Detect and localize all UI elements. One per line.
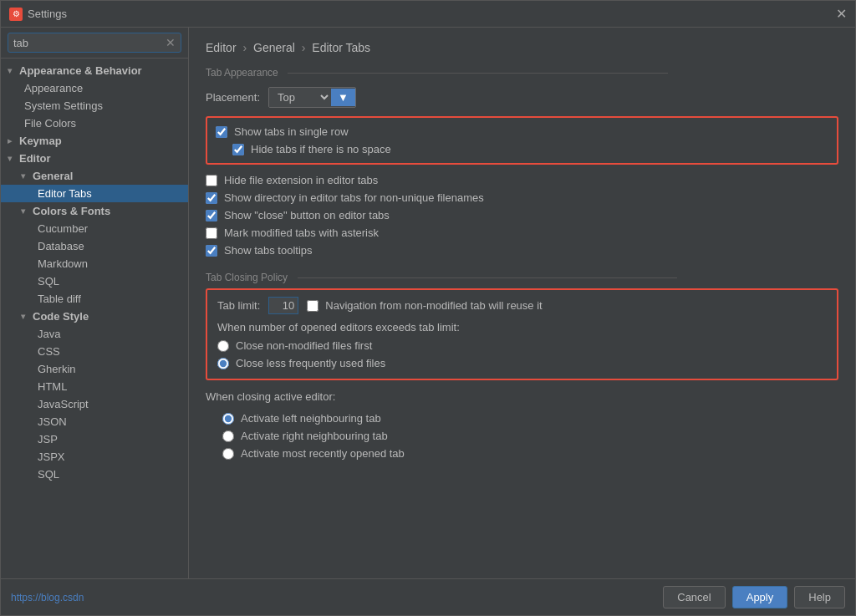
sidebar-item-html[interactable]: HTML bbox=[1, 378, 188, 395]
nav-reuse-row[interactable]: Navigation from non-modified tab will re… bbox=[307, 297, 542, 314]
radio-activate-right-input[interactable] bbox=[222, 430, 234, 442]
radio-close-less-frequent-input[interactable] bbox=[217, 358, 229, 369]
search-input[interactable] bbox=[13, 37, 166, 49]
content-panel: Editor › General › Editor Tabs Tab Appea… bbox=[189, 28, 855, 578]
sidebar-label: Markdown bbox=[38, 257, 88, 270]
sidebar-item-appearance-behavior[interactable]: Appearance & Behavior bbox=[1, 62, 188, 79]
radio-activate-recent[interactable]: Activate most recently opened tab bbox=[206, 445, 838, 462]
sidebar-label: JSON bbox=[38, 415, 67, 428]
breadcrumb-editor-tabs: Editor Tabs bbox=[312, 41, 370, 54]
sidebar-label: Cucumber bbox=[38, 222, 88, 235]
breadcrumb-general: General bbox=[253, 41, 295, 54]
apply-button[interactable]: Apply bbox=[732, 586, 788, 608]
sidebar-item-editor[interactable]: Editor bbox=[1, 150, 188, 167]
sidebar-item-appearance[interactable]: Appearance bbox=[1, 79, 188, 97]
sidebar-item-jspx[interactable]: JSPX bbox=[1, 448, 188, 466]
breadcrumb-sep1: › bbox=[242, 41, 250, 54]
radio-activate-right[interactable]: Activate right neighbouring tab bbox=[206, 427, 838, 445]
sidebar-item-java[interactable]: Java bbox=[1, 325, 188, 343]
cancel-button[interactable]: Cancel bbox=[663, 586, 725, 608]
section-divider2 bbox=[298, 277, 677, 278]
checkbox-show-tabs-input[interactable] bbox=[216, 126, 227, 138]
sidebar-label: Database bbox=[38, 240, 84, 252]
checkbox-show-directory[interactable]: Show directory in editor tabs for non-un… bbox=[206, 189, 838, 206]
sidebar-item-sql2[interactable]: SQL bbox=[1, 466, 188, 483]
sidebar-item-json[interactable]: JSON bbox=[1, 413, 188, 430]
highlighted-checkboxes-group: Show tabs in single row Hide tabs if the… bbox=[206, 116, 838, 165]
tab-limit-label: Tab limit: bbox=[217, 299, 260, 312]
sidebar-item-css[interactable]: CSS bbox=[1, 343, 188, 360]
checkbox-show-close-input[interactable] bbox=[206, 210, 217, 221]
help-button[interactable]: Help bbox=[794, 586, 845, 608]
nav-reuse-input[interactable] bbox=[307, 300, 318, 312]
radio-activate-recent-input[interactable] bbox=[222, 448, 234, 460]
sidebar-item-gherkin[interactable]: Gherkin bbox=[1, 360, 188, 378]
sidebar-label: Editor bbox=[19, 152, 51, 165]
checkbox-mark-modified-label: Mark modified tabs with asterisk bbox=[224, 227, 379, 239]
sidebar-label: JSPX bbox=[38, 451, 65, 463]
radio-close-non-modified[interactable]: Close non-modified files first bbox=[217, 337, 827, 354]
radio-activate-right-label: Activate right neighbouring tab bbox=[241, 430, 388, 442]
radio-activate-left-input[interactable] bbox=[222, 413, 234, 425]
placement-label: Placement: bbox=[206, 91, 260, 104]
placement-dropdown-btn[interactable]: ▼ bbox=[331, 89, 355, 106]
sidebar-item-markdown[interactable]: Markdown bbox=[1, 255, 188, 272]
checkbox-show-tooltips[interactable]: Show tabs tooltips bbox=[206, 242, 838, 259]
sidebar-item-jsp[interactable]: JSP bbox=[1, 430, 188, 448]
checkbox-show-close-btn[interactable]: Show "close" button on editor tabs bbox=[206, 206, 838, 224]
main-content: ✕ Appearance & Behavior Appearance Syste… bbox=[1, 28, 855, 578]
app-icon: ⚙ bbox=[9, 8, 23, 21]
radio-activate-recent-label: Activate most recently opened tab bbox=[241, 447, 405, 460]
sidebar-label: Colors & Fonts bbox=[33, 205, 110, 217]
caret-icon bbox=[8, 66, 16, 75]
sidebar-tree: Appearance & Behavior Appearance System … bbox=[1, 59, 188, 578]
checkbox-hide-tabs-no-space[interactable]: Hide tabs if there is no space bbox=[232, 140, 828, 158]
checkbox-hide-tabs-input[interactable] bbox=[232, 144, 244, 155]
sidebar-item-editor-tabs[interactable]: Editor Tabs bbox=[1, 185, 188, 202]
sidebar-item-colors-fonts[interactable]: Colors & Fonts bbox=[1, 202, 188, 220]
checkbox-hide-file-ext[interactable]: Hide file extension in editor tabs bbox=[206, 171, 838, 189]
checkbox-hide-file-ext-input[interactable] bbox=[206, 175, 217, 186]
checkbox-show-dir-input[interactable] bbox=[206, 192, 217, 204]
sidebar-item-sql[interactable]: SQL bbox=[1, 272, 188, 290]
title-bar-left: ⚙ Settings bbox=[9, 8, 67, 21]
sidebar-label: SQL bbox=[38, 468, 59, 481]
checkbox-mark-modified[interactable]: Mark modified tabs with asterisk bbox=[206, 224, 838, 242]
sidebar-item-code-style[interactable]: Code Style bbox=[1, 308, 188, 325]
sidebar-item-database[interactable]: Database bbox=[1, 237, 188, 255]
checkbox-show-tooltips-input[interactable] bbox=[206, 245, 217, 257]
checkbox-show-tabs-label: Show tabs in single row bbox=[234, 125, 349, 138]
sidebar-item-table-diff[interactable]: Table diff bbox=[1, 290, 188, 308]
radio-close-less-frequent[interactable]: Close less frequently used files bbox=[217, 354, 827, 372]
breadcrumb-editor: Editor bbox=[206, 41, 237, 54]
sidebar-item-keymap[interactable]: Keymap bbox=[1, 132, 188, 150]
tab-limit-input[interactable] bbox=[268, 297, 298, 314]
sidebar-label: Code Style bbox=[33, 310, 89, 323]
sidebar-item-cucumber[interactable]: Cucumber bbox=[1, 220, 188, 237]
search-box: ✕ bbox=[1, 28, 188, 59]
sidebar-label: Appearance & Behavior bbox=[19, 64, 142, 77]
sidebar-item-general[interactable]: General bbox=[1, 167, 188, 185]
section-divider bbox=[288, 73, 667, 74]
placement-select[interactable]: Top Bottom Left Right None bbox=[269, 88, 331, 107]
radio-activate-left[interactable]: Activate left neighbouring tab bbox=[206, 410, 838, 427]
checkbox-show-tabs-single-row[interactable]: Show tabs in single row bbox=[216, 123, 828, 140]
checkbox-show-tooltips-label: Show tabs tooltips bbox=[224, 244, 313, 257]
sidebar-label: HTML bbox=[38, 380, 67, 393]
radio-activate-left-label: Activate left neighbouring tab bbox=[241, 412, 381, 425]
radio-close-non-modified-label: Close non-modified files first bbox=[236, 339, 372, 352]
sidebar-item-file-colors[interactable]: File Colors bbox=[1, 115, 188, 132]
sidebar-label: Table diff bbox=[38, 293, 81, 305]
search-clear-icon[interactable]: ✕ bbox=[166, 36, 176, 49]
placement-dropdown[interactable]: Top Bottom Left Right None ▼ bbox=[268, 87, 356, 108]
caret-icon bbox=[8, 136, 16, 145]
when-closing-label: When closing active editor: bbox=[206, 390, 838, 403]
sidebar: ✕ Appearance & Behavior Appearance Syste… bbox=[1, 28, 189, 578]
sidebar-item-system-settings[interactable]: System Settings bbox=[1, 97, 188, 115]
close-button[interactable]: ✕ bbox=[836, 6, 847, 22]
sidebar-item-javascript[interactable]: JavaScript bbox=[1, 395, 188, 413]
sidebar-label: SQL bbox=[38, 275, 59, 288]
sidebar-label: Keymap bbox=[19, 135, 62, 147]
radio-close-non-modified-input[interactable] bbox=[217, 340, 229, 352]
checkbox-mark-modified-input[interactable] bbox=[206, 227, 217, 239]
